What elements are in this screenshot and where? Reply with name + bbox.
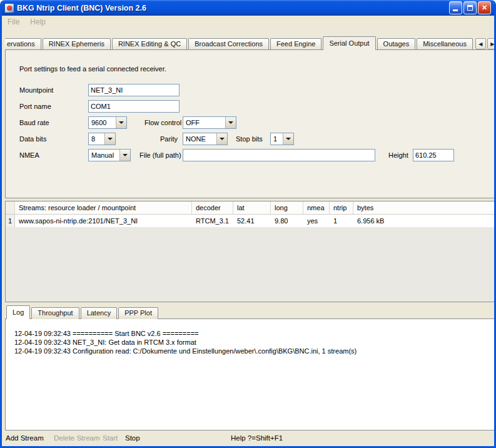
tab-bar: ervations RINEX Ephemeris RINEX Editing … <box>5 36 495 50</box>
port-name-label: Port name <box>19 103 51 110</box>
col-header-nmea[interactable]: nmea <box>303 201 330 214</box>
col-header-ntrip[interactable]: ntrip <box>330 201 353 214</box>
col-header-mountpoint[interactable]: Streams: resource loader / mountpoint <box>15 201 192 214</box>
col-header-long[interactable]: long <box>271 201 303 214</box>
delete-stream-button[interactable]: Delete Stream <box>54 434 100 442</box>
tab-rinex-editing-qc[interactable]: RINEX Editing & QC <box>112 38 187 50</box>
titlebar[interactable]: BKG Ntrip Client (BNC) Version 2.6 ✕ <box>2 0 494 16</box>
parity-value: NONE <box>183 133 216 145</box>
height-label: Height <box>388 151 408 159</box>
col-header-lat[interactable]: lat <box>233 201 271 214</box>
minimize-icon <box>453 9 458 11</box>
port-name-input[interactable] <box>88 100 180 113</box>
stop-button[interactable]: Stop <box>125 434 140 442</box>
tab-outages[interactable]: Outages <box>377 38 416 50</box>
log-line: 12-04-19 09:32:43 Configuration read: C:… <box>14 347 485 355</box>
tab-ppp-plot[interactable]: PPP Plot <box>118 307 158 319</box>
menubar: File Help <box>2 16 494 28</box>
tab-observations[interactable]: ervations <box>5 38 41 50</box>
baud-rate-value: 9600 <box>89 117 116 128</box>
height-input[interactable] <box>413 149 454 161</box>
nmea-select[interactable]: Manual <box>88 149 131 161</box>
stop-bits-label: Stop bits <box>236 135 263 143</box>
tab-throughput[interactable]: Throughput <box>31 307 79 319</box>
nmea-value: Manual <box>89 150 119 161</box>
log-line: 12-04-19 09:32:43 ========== Start BNC v… <box>14 329 485 338</box>
table-row[interactable]: 1 www.sapos-ni-ntrip.de:2101/NET_3_NI RT… <box>6 215 494 227</box>
mountpoint-label: Mountpoint <box>19 86 53 94</box>
tab-feed-engine[interactable]: Feed Engine <box>270 38 321 50</box>
chevron-down-icon <box>216 133 227 145</box>
flow-control-select[interactable]: OFF <box>183 116 236 129</box>
footer: Add Stream Delete Stream Start Stop Help… <box>2 432 494 446</box>
cell-mountpoint: www.sapos-ni-ntrip.de:2101/NET_3_NI <box>15 215 192 227</box>
menu-file[interactable]: File <box>8 18 19 26</box>
tab-latency[interactable]: Latency <box>81 307 118 319</box>
file-path-input[interactable] <box>183 149 375 161</box>
file-path-label: File (full path) <box>139 151 181 159</box>
cell-ntrip: 1 <box>330 215 353 227</box>
nmea-label: NMEA <box>19 151 39 159</box>
serial-output-panel: Port settings to feed a serial connected… <box>5 49 495 198</box>
tab-log[interactable]: Log <box>6 305 30 319</box>
close-button[interactable]: ✕ <box>478 1 491 14</box>
data-bits-select[interactable]: 8 <box>88 133 116 145</box>
flow-control-value: OFF <box>183 117 225 128</box>
row-number-header <box>6 201 15 214</box>
chevron-down-icon <box>119 150 130 161</box>
data-bits-value: 8 <box>89 133 104 145</box>
start-button[interactable]: Start <box>103 434 118 442</box>
bottom-tab-bar: Log Throughput Latency PPP Plot <box>6 306 159 319</box>
table-empty-area <box>6 227 494 302</box>
streams-table: Streams: resource loader / mountpoint de… <box>5 201 495 302</box>
tab-scroll-buttons: ◀ ▶ <box>474 38 495 49</box>
baud-rate-select[interactable]: 9600 <box>88 116 127 129</box>
tab-serial-output[interactable]: Serial Output <box>323 36 375 50</box>
cell-long: 9.80 <box>271 215 303 227</box>
cell-lat: 52.41 <box>233 215 271 227</box>
tab-broadcast-corrections[interactable]: Broadcast Corrections <box>188 38 269 50</box>
add-stream-button[interactable]: Add Stream <box>6 434 44 442</box>
tab-scroll-left-icon[interactable]: ◀ <box>475 38 486 49</box>
app-window: BKG Ntrip Client (BNC) Version 2.6 ✕ Fil… <box>0 0 496 448</box>
cell-nmea: yes <box>303 215 330 227</box>
panel-description: Port settings to feed a serial connected… <box>19 65 166 73</box>
tab-miscellaneous[interactable]: Miscellaneous <box>417 38 473 50</box>
data-bits-label: Data bits <box>19 135 46 143</box>
minimize-button[interactable] <box>449 1 462 14</box>
chevron-down-icon <box>116 117 126 128</box>
mountpoint-input[interactable] <box>88 84 180 96</box>
app-icon <box>4 3 14 13</box>
chevron-down-icon <box>283 133 293 145</box>
flow-control-label: Flow control <box>144 119 181 126</box>
tab-rinex-ephemeris[interactable]: RINEX Ephemeris <box>43 38 111 50</box>
log-line: 12-04-19 09:32:43 NET_3_NI: Get data in … <box>14 338 485 347</box>
close-icon: ✕ <box>482 4 487 11</box>
stop-bits-select[interactable]: 1 <box>270 133 294 145</box>
log-area[interactable]: 12-04-19 09:32:43 ========== Start BNC v… <box>5 318 495 430</box>
window-controls: ✕ <box>449 1 491 14</box>
stop-bits-value: 1 <box>271 133 283 145</box>
maximize-icon <box>467 5 473 11</box>
tab-scroll-right-icon[interactable]: ▶ <box>487 38 495 49</box>
maximize-button[interactable] <box>463 1 477 14</box>
row-number: 1 <box>6 215 15 227</box>
chevron-down-icon <box>104 133 115 145</box>
parity-select[interactable]: NONE <box>183 133 228 145</box>
help-shortcut-label: Help ?=Shift+F1 <box>231 434 283 442</box>
cell-bytes: 6.956 kB <box>353 215 494 227</box>
cell-decoder: RTCM_3.1 <box>192 215 233 227</box>
menu-help[interactable]: Help <box>30 18 46 26</box>
col-header-decoder[interactable]: decoder <box>192 201 233 214</box>
streams-table-header: Streams: resource loader / mountpoint de… <box>6 201 494 215</box>
chevron-down-icon <box>225 117 236 128</box>
window-title: BKG Ntrip Client (BNC) Version 2.6 <box>17 4 447 13</box>
baud-rate-label: Baud rate <box>19 119 49 126</box>
parity-label: Parity <box>160 135 178 143</box>
col-header-bytes[interactable]: bytes <box>353 201 494 214</box>
